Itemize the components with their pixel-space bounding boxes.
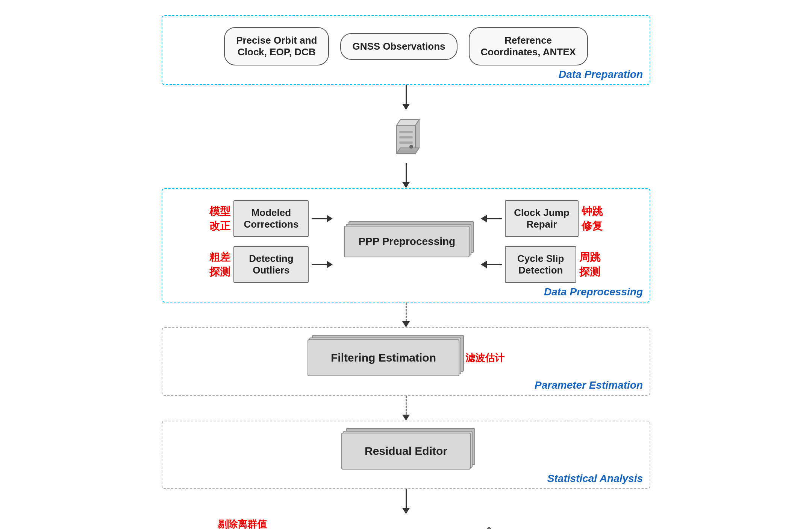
remove-chinese-label: 剔除离群值 [218,518,267,529]
svg-rect-5 [399,136,413,138]
clock-jump-box: Clock JumpRepair [505,200,578,237]
svg-rect-4 [399,131,413,133]
stat-analysis-section: Residual Editor Statistical Analysis [162,421,650,489]
svg-rect-6 [399,141,413,144]
gnss-obs-box: GNSS Observations [340,33,457,60]
precise-orbit-box: Precise Orbit and Clock, EOP, DCB [224,27,329,65]
ppp-preprocessing-box: PPP Preprocessing [344,226,470,257]
svg-marker-3 [397,148,419,154]
modeled-corrections-box: ModeledCorrections [233,200,309,237]
cycle-slip-box: Cycle SlipDetection [505,246,576,283]
stat-analysis-label: Statistical Analysis [547,473,643,485]
param-est-section: Filtering Estimation 滤波估计 Parameter Esti… [162,327,650,396]
filtering-estimation-box: Filtering Estimation [308,339,459,376]
data-preproc-label: Data Preprocessing [544,286,643,298]
param-est-label: Parameter Estimation [535,379,643,391]
svg-point-7 [409,145,413,149]
data-prep-section: Precise Orbit and Clock, EOP, DCB GNSS O… [162,15,650,85]
ref-coords-box: Reference Coordinates, ANTEX [469,27,588,65]
detecting-outliers-box: DetectingOutliers [233,246,309,283]
diagram-container: Precise Orbit and Clock, EOP, DCB GNSS O… [0,0,812,529]
data-preproc-section: 模型改正 ModeledCorrections 粗差探测 DetectingOu… [162,188,650,303]
filter-chinese-label: 滤波估计 [465,351,504,365]
data-prep-label: Data Preparation [559,68,643,81]
residual-editor-box: Residual Editor [341,433,471,470]
server-icon [391,116,421,157]
